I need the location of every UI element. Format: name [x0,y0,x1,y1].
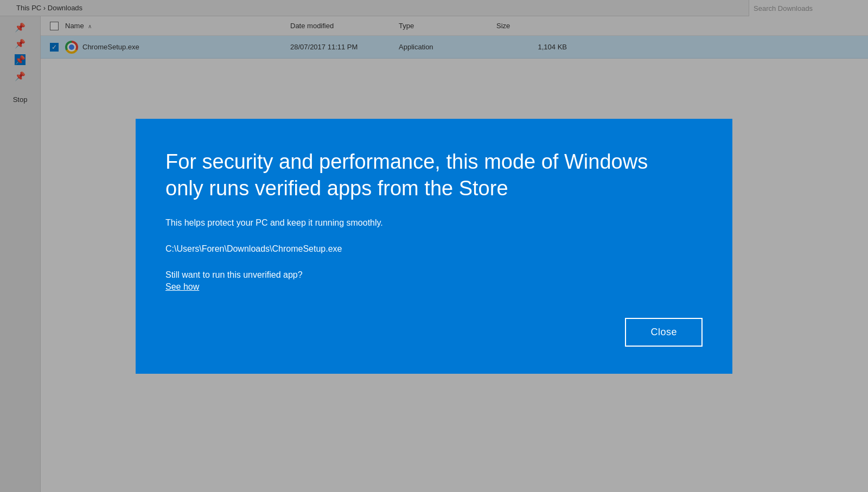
dialog-subtitle: This helps protect your PC and keep it r… [165,218,703,228]
close-button[interactable]: Close [625,318,703,347]
dialog-title: For security and performance, this mode … [165,149,654,202]
dialog-overlay: For security and performance, this mode … [0,0,868,492]
dialog-see-how-link[interactable]: See how [165,282,703,292]
security-dialog: For security and performance, this mode … [136,119,732,374]
dialog-filepath: C:\Users\Foren\Downloads\ChromeSetup.exe [165,244,703,254]
dialog-footer: Close [165,318,703,347]
dialog-question: Still want to run this unverified app? [165,270,703,280]
